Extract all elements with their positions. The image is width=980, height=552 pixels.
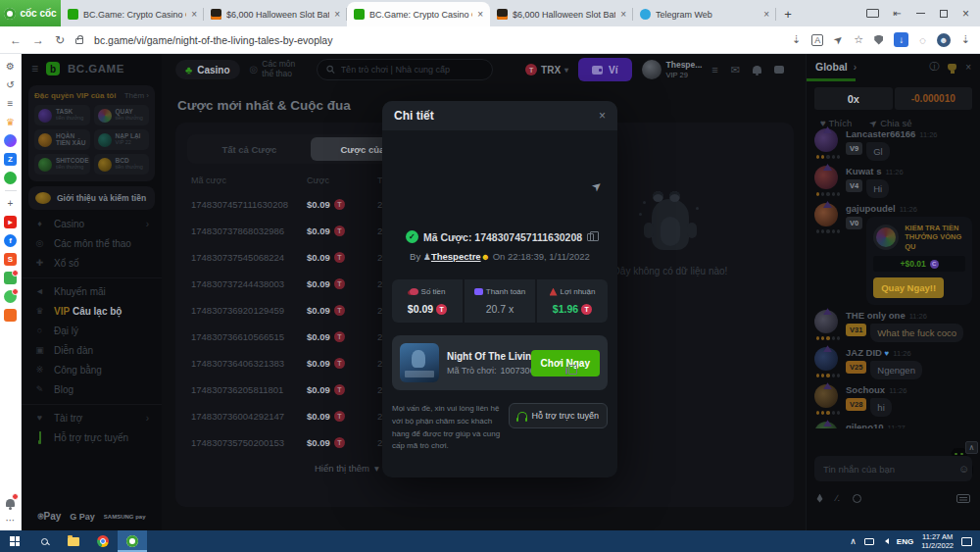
vip-tile-recharge[interactable]: NẠP LẠIVIP 22 [94, 129, 150, 150]
chat-username[interactable]: THE only one [846, 310, 906, 321]
new-tab-button[interactable]: + [776, 2, 800, 26]
close-tab-icon[interactable]: × [334, 9, 340, 20]
avatar[interactable] [814, 422, 838, 428]
close-chat-icon[interactable]: × [965, 62, 971, 73]
vip-more-link[interactable]: Thêm › [124, 91, 149, 100]
bookmark-star-icon[interactable]: ☆ [854, 33, 863, 46]
bet-id[interactable]: 174830735750200153 [191, 437, 307, 448]
chat-username[interactable]: gajupoudel [846, 203, 896, 214]
add-shortcut-icon[interactable]: + [4, 197, 17, 210]
close-tab-icon[interactable]: × [477, 9, 483, 20]
bet-list-icon[interactable]: ≡ [711, 64, 717, 75]
tab-all-bets[interactable]: Tất cả Cược [190, 137, 309, 161]
commands-icon[interactable]: ∕. [836, 493, 840, 503]
sidebar-item-promotions[interactable]: ◄Khuyến mãi [22, 281, 162, 301]
show-more-button[interactable]: Hiển thị thêm▾ [315, 463, 379, 474]
user-profile[interactable]: Thespe...VIP 29 [642, 60, 703, 79]
maximize-button[interactable] [940, 10, 948, 18]
sports-nav-button[interactable]: ◎Các môn thể thao [250, 60, 307, 79]
facebook-icon[interactable]: f [4, 234, 17, 247]
emoji-icon[interactable]: ☺ [958, 463, 969, 475]
referral-banner[interactable]: Giới thiệu và kiếm tiền [28, 186, 155, 210]
tab-bcgame-1[interactable]: BC.Game: Crypto Casino Gan × [61, 2, 204, 26]
bet-username[interactable]: Thespectre [431, 251, 481, 262]
channel-expand-icon[interactable]: › [854, 62, 857, 73]
coin-drop-icon[interactable] [853, 494, 861, 503]
translate-icon[interactable]: A [811, 34, 823, 46]
vip-tile-spin[interactable]: QUAYtiền thưởng [94, 105, 150, 125]
chat-username[interactable]: Kuwat s [846, 166, 881, 176]
chat-channel-tab[interactable]: Global [815, 61, 848, 73]
chat-username[interactable]: Lancaster66166 [846, 128, 915, 139]
share-bet-icon[interactable]: ➤ [589, 177, 606, 194]
sidebar-item-live-support[interactable]: Hỗ trợ trực tuyến [22, 427, 162, 447]
chat-username[interactable]: JAZ DID [846, 347, 882, 358]
copy-icon[interactable] [587, 233, 594, 241]
tab-telegram[interactable]: Telegram Web × [633, 2, 776, 26]
avatar[interactable] [814, 128, 838, 152]
close-tab-icon[interactable]: × [763, 9, 769, 20]
close-tab-icon[interactable]: × [620, 9, 626, 20]
lock-icon[interactable] [75, 38, 83, 44]
settings-gear-icon[interactable]: ⚙ [4, 60, 17, 73]
zalo-icon[interactable]: Z [4, 153, 17, 166]
cast-icon[interactable] [866, 9, 879, 18]
scroll-to-bottom-button[interactable]: ∧ [965, 441, 978, 454]
bet-id[interactable]: 174830737545068224 [191, 252, 307, 263]
messenger-icon[interactable] [4, 134, 17, 147]
game-search-box[interactable] [317, 59, 493, 80]
forward-icon[interactable]: → [32, 33, 44, 47]
currency-selector[interactable]: TTRX▾ [525, 64, 568, 75]
keyboard-icon[interactable] [956, 494, 970, 503]
avatar[interactable] [814, 166, 838, 189]
save-page-icon[interactable]: ⇣ [792, 33, 801, 46]
profile-avatar[interactable]: ☻ [937, 33, 951, 47]
inbox-mail-icon[interactable]: ✉ [731, 64, 740, 76]
rain-icon[interactable] [816, 494, 823, 503]
game-thumbnail[interactable] [400, 343, 439, 382]
minimize-button[interactable] [916, 13, 925, 14]
close-window-button[interactable]: × [962, 7, 969, 21]
chat-toggle-icon[interactable] [774, 66, 784, 74]
chrome-taskbar-icon[interactable] [88, 530, 118, 552]
bet-id[interactable]: 174830736406321383 [191, 358, 307, 369]
vip-tile-rakeback[interactable]: HOÀN TIỀN XẤU [34, 129, 90, 150]
download-manager-icon[interactable]: ↓ [894, 32, 908, 47]
avatar[interactable] [814, 203, 838, 226]
sidebar-hamburger-icon[interactable]: ≡ [31, 62, 38, 75]
chat-app-icon[interactable] [4, 290, 17, 303]
tab-halloween-2[interactable]: $6,000 Halloween Slot Battl × [490, 2, 633, 26]
bet-id[interactable]: 174830737868032986 [191, 226, 307, 236]
sidebar-item-vip-club[interactable]: ♛VIP Câu lạc bộ [22, 301, 162, 321]
taskbar-search-icon[interactable] [29, 530, 59, 552]
search-input[interactable] [341, 65, 483, 75]
sidebar-item-fairness[interactable]: ※Công bằng [22, 360, 162, 379]
downloads-tray-icon[interactable]: ⇣ [961, 33, 970, 46]
casino-nav-button[interactable]: ♣Casino [175, 60, 240, 79]
vip-tile-shitcode[interactable]: SHITCODEtiền thưởng [34, 154, 90, 175]
notifications-bell-icon[interactable] [4, 495, 17, 508]
history-icon[interactable]: ↺ [4, 78, 17, 91]
more-options-icon[interactable]: ⋯ [4, 514, 17, 527]
sidebar-item-lottery[interactable]: ✚Xổ số [22, 253, 162, 273]
tab-restore-icon[interactable]: ⇤ [894, 8, 902, 19]
sidebar-item-sponsorship[interactable]: ♥Tài trợ› [22, 408, 162, 427]
url-text[interactable]: bc.game/vi/game/night-of-the-living-tale… [94, 34, 781, 46]
vip-tile-bcd[interactable]: BCDtiền thưởng [94, 154, 150, 175]
coccoc-menu-button[interactable]: cốc cốc [0, 0, 61, 26]
reload-icon[interactable]: ↻ [55, 33, 65, 47]
taskbar-clock[interactable]: 11:27 AM11/2/2022 [921, 532, 954, 551]
feed-icon[interactable]: ≡ [4, 97, 17, 110]
sidebar-item-sports[interactable]: ◎Các môn thể thao [22, 233, 162, 253]
crown-icon[interactable]: ♛ [4, 116, 17, 128]
vip-tile-task[interactable]: TASKtiền thưởng [34, 105, 90, 125]
sidebar-item-casino[interactable]: ♦Casino› [22, 214, 162, 233]
bet-id[interactable]: 174830736610566515 [191, 331, 307, 342]
trophy-icon[interactable] [948, 64, 956, 71]
action-center-icon[interactable] [961, 537, 972, 546]
file-explorer-icon[interactable] [59, 530, 88, 552]
avatar[interactable] [814, 310, 838, 333]
chat-rules-info-icon[interactable]: ⓘ [929, 60, 939, 74]
games-icon[interactable] [4, 172, 17, 184]
close-tab-icon[interactable]: × [191, 9, 197, 20]
